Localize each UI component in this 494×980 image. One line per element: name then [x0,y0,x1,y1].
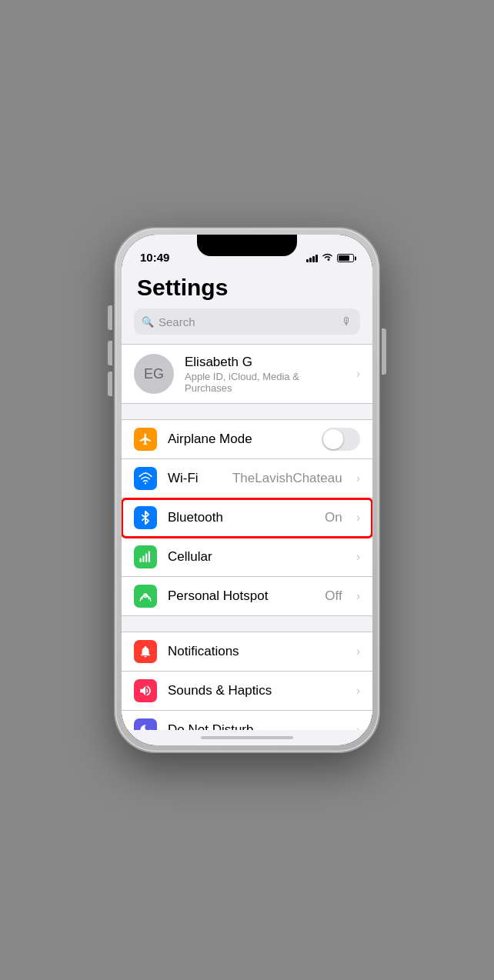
airplane-mode-icon [134,428,157,451]
wifi-row[interactable]: Wi-Fi TheLavishChateau › [122,459,372,498]
wifi-label: Wi-Fi [168,471,222,486]
phone-inner: 10:49 [122,235,372,745]
search-container: 🔍 Search 🎙 [122,308,372,344]
svg-rect-1 [140,558,142,562]
signal-bar-2 [309,258,312,262]
battery-icon [337,254,354,262]
screen: 10:49 [122,235,372,745]
signal-bars [306,255,318,262]
svg-point-0 [145,482,146,484]
cellular-row[interactable]: Cellular › [122,538,372,577]
hotspot-row[interactable]: Personal Hotspot Off › [122,577,372,615]
notifications-row[interactable]: Notifications › [122,632,372,672]
hotspot-value: Off [325,588,342,604]
account-subtitle: Apple ID, iCloud, Media & Purchases [185,371,345,394]
account-chevron: › [356,367,360,381]
sounds-icon [134,679,157,702]
settings-title-section: Settings [122,268,372,308]
hotspot-icon [134,585,157,608]
phone-frame: 10:49 [115,228,379,752]
bluetooth-value: On [325,510,342,525]
airplane-mode-label: Airplane Mode [168,432,311,447]
sounds-row[interactable]: Sounds & Haptics › [122,672,372,711]
cellular-chevron: › [356,550,360,564]
signal-bar-4 [315,255,318,262]
bluetooth-chevron: › [356,511,360,525]
notifications-icon [134,640,157,663]
hotspot-label: Personal Hotspot [168,588,314,604]
settings-content[interactable]: Settings 🔍 Search 🎙 EG [122,268,372,730]
airplane-mode-toggle[interactable] [322,428,360,451]
wifi-status-icon [322,252,333,264]
account-section: EG Elisabeth G Apple ID, iCloud, Media &… [122,344,372,404]
status-time: 10:49 [140,251,169,264]
airplane-mode-row[interactable]: Airplane Mode [122,420,372,459]
hotspot-chevron: › [356,589,360,603]
donotdisturb-chevron: › [356,723,360,730]
account-info: Elisabeth G Apple ID, iCloud, Media & Pu… [185,355,345,394]
notifications-chevron: › [356,645,360,658]
home-indicator [122,730,372,745]
svg-rect-3 [145,554,147,562]
sounds-chevron: › [356,684,360,698]
donotdisturb-label: Do Not Disturb [168,722,345,730]
donotdisturb-row[interactable]: Do Not Disturb › [122,711,372,730]
signal-bar-3 [312,256,315,262]
battery-fill [339,255,349,261]
notch [197,235,297,256]
page-title: Settings [137,275,357,301]
cellular-icon [134,545,157,568]
avatar: EG [134,354,174,394]
bluetooth-row[interactable]: Bluetooth On › [122,498,372,538]
account-name: Elisabeth G [185,355,345,370]
search-bar[interactable]: 🔍 Search 🎙 [134,308,360,335]
donotdisturb-icon [134,718,157,730]
status-bar: 10:49 [122,235,372,268]
svg-rect-2 [142,556,144,562]
notifications-label: Notifications [168,644,345,659]
cellular-label: Cellular [168,549,345,565]
svg-rect-4 [149,552,150,562]
signal-bar-1 [306,259,309,262]
battery-body [337,254,354,262]
bluetooth-label: Bluetooth [168,510,314,525]
status-icons [306,252,354,264]
sounds-label: Sounds & Haptics [168,683,345,698]
wifi-value: TheLavishChateau [232,471,342,486]
bluetooth-icon [134,506,157,529]
wifi-chevron: › [356,472,360,485]
connectivity-section: Airplane Mode Wi- [122,419,372,616]
home-bar [201,736,293,739]
notifications-section: Notifications › Sounds & Haptics › [122,632,372,730]
search-placeholder: Search [159,315,337,328]
microphone-icon: 🎙 [342,315,352,328]
account-row[interactable]: EG Elisabeth G Apple ID, iCloud, Media &… [122,345,372,403]
search-icon: 🔍 [142,316,154,328]
wifi-row-icon [134,467,157,490]
